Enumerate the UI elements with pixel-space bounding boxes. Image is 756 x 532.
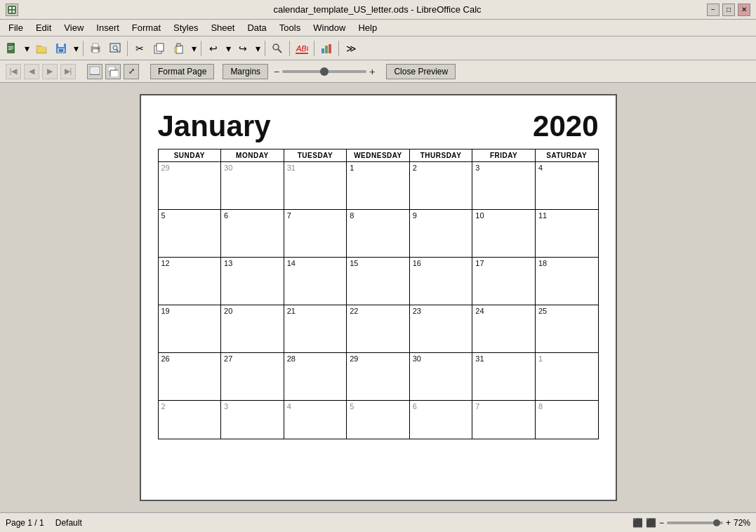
- svg-rect-16: [93, 49, 98, 53]
- app-icon: [6, 4, 18, 16]
- calendar-cell-4-2: 28: [284, 353, 347, 401]
- day-number: 30: [224, 164, 232, 172]
- svg-rect-26: [175, 47, 177, 53]
- day-number: 6: [224, 211, 228, 220]
- day-number: 29: [161, 164, 170, 172]
- zoom-out-page-button[interactable]: [105, 64, 121, 79]
- day-number: 4: [538, 164, 543, 172]
- menu-edit[interactable]: Edit: [30, 21, 57, 34]
- svg-rect-9: [8, 49, 12, 50]
- svg-rect-1: [9, 7, 11, 9]
- last-page-button[interactable]: ▶|: [60, 64, 76, 79]
- zoom-thumb-status: [713, 519, 720, 526]
- calendar-cell-3-4: 23: [409, 305, 472, 353]
- svg-rect-4: [13, 11, 15, 13]
- day-header-monday: MONDAY: [221, 149, 284, 162]
- day-number: 13: [224, 259, 232, 267]
- menu-view[interactable]: View: [58, 21, 89, 34]
- calendar-cell-2-0: 12: [158, 258, 221, 305]
- prev-page-button[interactable]: ◀: [24, 64, 39, 79]
- main-toolbar: ▾ ▾ ✂ ▾ ↩ ▾ ↪: [0, 36, 756, 60]
- zoom-minus-icon[interactable]: −: [274, 66, 279, 77]
- next-page-button[interactable]: ▶: [42, 64, 58, 79]
- first-page-button[interactable]: |◀: [6, 64, 21, 79]
- calendar-cell-3-0: 19: [158, 305, 221, 353]
- menu-tools[interactable]: Tools: [274, 21, 306, 34]
- zoom-control: − +: [274, 66, 375, 77]
- day-header-wednesday: WEDNESDAY: [347, 149, 410, 162]
- zoom-track[interactable]: [282, 70, 366, 73]
- status-left: Page 1 / 1 Default: [6, 518, 82, 528]
- calendar-cell-3-3: 22: [347, 305, 410, 353]
- svg-rect-37: [110, 70, 118, 77]
- day-number: 26: [161, 354, 170, 363]
- menu-data[interactable]: Data: [241, 21, 272, 34]
- day-number: 2: [161, 402, 166, 411]
- margins-button[interactable]: Margins: [223, 64, 268, 79]
- day-header-thursday: THURSDAY: [409, 149, 472, 162]
- full-screen-button[interactable]: ⤢: [124, 64, 139, 79]
- menu-styles[interactable]: Styles: [168, 21, 204, 34]
- calendar-year: 2020: [533, 109, 598, 143]
- menu-sheet[interactable]: Sheet: [205, 21, 240, 34]
- zoom-decrease-icon[interactable]: −: [659, 518, 664, 528]
- calendar-cell-1-0: 5: [158, 210, 221, 258]
- new-button[interactable]: [3, 39, 21, 58]
- calendar-cell-5-1: 3: [221, 401, 284, 439]
- sheet-icon-1[interactable]: ⬛: [632, 518, 643, 528]
- redo-icon[interactable]: ↪: [234, 39, 252, 58]
- calendar-cell-4-1: 27: [221, 353, 284, 401]
- close-preview-button[interactable]: Close Preview: [386, 64, 456, 79]
- more-icon[interactable]: ≫: [342, 39, 360, 58]
- sheet-icon-2[interactable]: ⬛: [646, 518, 656, 528]
- menu-insert[interactable]: Insert: [91, 21, 125, 34]
- menu-help[interactable]: Help: [352, 21, 383, 34]
- undo-icon[interactable]: ↩: [204, 39, 223, 58]
- close-button[interactable]: ✕: [738, 4, 750, 16]
- calendar-cell-2-4: 16: [409, 258, 472, 305]
- charts-icon[interactable]: [317, 39, 336, 58]
- zoom-track-status[interactable]: [667, 521, 723, 524]
- maximize-button[interactable]: □: [722, 4, 735, 16]
- zoom-bar-status: − +: [659, 518, 731, 528]
- redo-dropdown[interactable]: ▾: [253, 39, 262, 58]
- format-page-button[interactable]: Format Page: [150, 64, 214, 79]
- day-number: 27: [224, 354, 232, 363]
- calendar-cell-1-3: 8: [347, 210, 410, 258]
- spellcheck-icon[interactable]: ABC: [293, 39, 311, 58]
- calendar-cell-2-1: 13: [221, 258, 284, 305]
- new-dropdown[interactable]: ▾: [22, 39, 31, 58]
- calendar-cell-4-3: 29: [347, 353, 410, 401]
- day-number: 14: [287, 259, 296, 267]
- day-number: 12: [161, 259, 170, 267]
- zoom-in-page-button[interactable]: [87, 64, 102, 79]
- paste-icon[interactable]: [170, 39, 188, 58]
- print-icon[interactable]: [86, 39, 105, 58]
- day-number: 31: [475, 354, 484, 363]
- minimize-button[interactable]: −: [707, 4, 719, 16]
- day-number: 4: [287, 402, 291, 411]
- svg-rect-8: [8, 48, 13, 48]
- open-button[interactable]: [32, 39, 51, 58]
- calendar-row-1: 567891011: [158, 210, 598, 258]
- zoom-thumb[interactable]: [320, 67, 329, 76]
- undo-dropdown[interactable]: ▾: [224, 39, 232, 58]
- title-bar: calendar_template_US_letter.ods - LibreO…: [0, 0, 756, 20]
- copy-icon[interactable]: [150, 39, 168, 58]
- cut-icon[interactable]: ✂: [131, 39, 149, 58]
- zoom-plus-icon[interactable]: +: [369, 66, 375, 77]
- menu-window[interactable]: Window: [307, 21, 351, 34]
- find-icon[interactable]: [268, 39, 286, 58]
- calendar-cell-2-6: 18: [535, 258, 598, 305]
- paste-dropdown[interactable]: ▾: [190, 39, 198, 58]
- day-number: 11: [538, 211, 547, 220]
- menu-file[interactable]: File: [3, 21, 29, 34]
- zoom-level: 72%: [734, 518, 750, 528]
- print-preview-icon[interactable]: [106, 39, 124, 58]
- menu-format[interactable]: Format: [126, 21, 166, 34]
- save-dropdown[interactable]: ▾: [72, 39, 80, 58]
- zoom-increase-icon[interactable]: +: [726, 518, 731, 528]
- day-number: 8: [538, 402, 543, 411]
- save-button[interactable]: [52, 39, 70, 58]
- calendar-cell-3-6: 25: [535, 305, 598, 353]
